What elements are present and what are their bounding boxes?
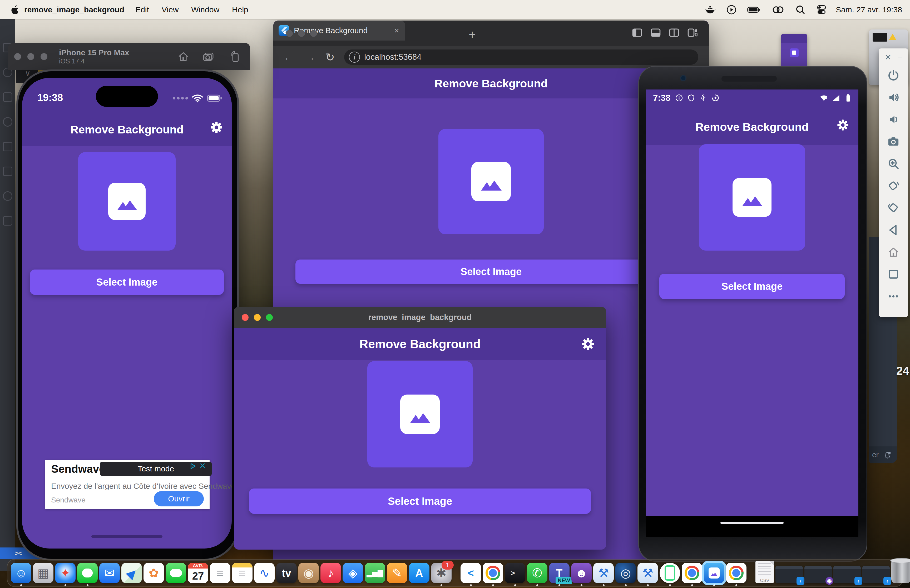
emulator-back-icon[interactable]	[887, 224, 899, 236]
dock-item-vscode[interactable]: <	[461, 563, 481, 583]
back-button[interactable]: ←	[283, 51, 294, 63]
dock-item-apple-tv[interactable]: tv	[276, 563, 297, 583]
settings-gear-icon[interactable]	[581, 338, 595, 351]
ad-banner[interactable]: Sendwave Test mode ✕ Envoyez de l'argent…	[45, 460, 210, 509]
dock-item-keynote[interactable]: ◈	[343, 563, 363, 583]
dock-item-github-desktop[interactable]: ☻	[571, 563, 592, 583]
emulator-rotate-left-icon[interactable]	[887, 180, 899, 192]
emulator-volume-up-icon[interactable]	[887, 91, 899, 103]
ios-home-indicator[interactable]	[91, 535, 162, 538]
bottom-panel-icon[interactable]	[650, 27, 661, 39]
dock-item-minimized-window-4[interactable]: ‹	[862, 566, 890, 583]
traffic-close-inactive[interactable]	[286, 30, 293, 37]
dock-item-music[interactable]: ♪	[320, 563, 341, 583]
dock-item-chrome-profile-2[interactable]	[682, 563, 702, 583]
layout-grid-icon[interactable]	[687, 27, 698, 39]
dock-item-terminal[interactable]: >_	[505, 563, 525, 583]
dock-item-minimized-doc[interactable]: CSV	[755, 561, 774, 583]
remote-indicator-icon[interactable]: ><	[15, 549, 22, 557]
tab-close-icon[interactable]: ×	[394, 26, 399, 36]
dock-item-chrome-profile-3[interactable]	[726, 563, 747, 583]
menu-view[interactable]: View	[162, 5, 178, 14]
android-select-image-button[interactable]: Select Image	[659, 274, 845, 299]
dock-item-mail[interactable]: ✉	[99, 563, 120, 583]
window-title-bar[interactable]: remove_image_backgroud	[234, 307, 606, 328]
dock-item-notes[interactable]: ≡	[232, 563, 252, 583]
dock-item-teams[interactable]: TNEW	[549, 563, 569, 583]
dock-item-numbers[interactable]: ▂▅▇	[365, 563, 385, 583]
menu-help[interactable]: Help	[232, 5, 248, 14]
bell-icon[interactable]	[883, 450, 892, 459]
simulator-title-bar[interactable]: iPhone 15 Pro Max iOS 17.4	[8, 43, 250, 70]
dock-item-app-store[interactable]: A	[409, 563, 430, 583]
android-gesture-bar[interactable]	[721, 522, 784, 524]
dock-item-maps[interactable]: ▶	[121, 563, 142, 583]
dock-item-minimized-window-3[interactable]: ‹	[833, 566, 861, 583]
dock-item-minimized-window-2[interactable]: ◉	[805, 566, 832, 583]
web-select-image-button[interactable]: Select Image	[296, 260, 687, 284]
ios-select-image-button[interactable]: Select Image	[30, 270, 224, 295]
emulator-rotate-right-icon[interactable]	[887, 202, 899, 214]
sim-close-inactive[interactable]	[14, 53, 21, 60]
dock-item-chrome[interactable]	[483, 563, 503, 583]
dock-item-calendar[interactable]: AVR.27	[188, 563, 208, 583]
handoff-icon[interactable]	[771, 5, 785, 15]
emulator-close-icon[interactable]: ✕	[885, 53, 891, 62]
emulator-overview-icon[interactable]	[887, 268, 899, 280]
rotate-icon[interactable]	[228, 51, 239, 62]
menu-edit[interactable]: Edit	[135, 5, 149, 14]
traffic-minimize-inactive[interactable]	[298, 30, 305, 37]
dock-item-launchpad[interactable]: ▦	[33, 563, 53, 583]
apple-menu-icon[interactable]	[10, 4, 21, 15]
address-bar[interactable]: i localhost:53684	[344, 50, 698, 65]
sim-minimize-inactive[interactable]	[27, 53, 34, 60]
dock-item-pages[interactable]: ✎	[387, 563, 407, 583]
sidebar-toggle-icon[interactable]	[631, 27, 643, 39]
play-circle-icon[interactable]	[726, 5, 737, 15]
dock-item-facetime[interactable]	[166, 563, 186, 583]
dock-item-steam[interactable]: ◎	[615, 563, 636, 583]
dock-item-reminders[interactable]: ≡	[210, 563, 230, 583]
vscode-activity-bar[interactable]	[0, 19, 15, 571]
menu-clock[interactable]: Sam. 27 avr. 19:38	[836, 5, 902, 14]
dock-item-flutter-app[interactable]	[704, 563, 724, 583]
dock-item-freeform[interactable]: ∿	[254, 563, 275, 583]
dock-item-minimized-window-1[interactable]: ‹	[776, 566, 803, 583]
ad-open-button[interactable]: Ouvrir	[154, 491, 204, 506]
dock-item-xcode[interactable]: ⚒	[637, 563, 658, 583]
new-tab-button[interactable]: +	[469, 27, 476, 42]
dock-item-trash[interactable]	[891, 560, 910, 583]
traffic-zoom-inactive[interactable]	[310, 30, 317, 37]
forward-button[interactable]: →	[304, 51, 315, 63]
desktop-select-image-button[interactable]: Select Image	[249, 488, 591, 514]
emulator-minimize-icon[interactable]: −	[897, 53, 902, 62]
dock-item-messages[interactable]	[77, 563, 98, 583]
adchoices-icon[interactable]	[190, 462, 197, 469]
home-icon[interactable]	[178, 51, 189, 62]
site-info-icon[interactable]: i	[349, 52, 360, 63]
emulator-more-icon[interactable]	[887, 290, 899, 302]
dock-item-xcode-beta[interactable]: ⚒	[593, 563, 614, 583]
battery-icon[interactable]	[747, 5, 761, 15]
reload-button[interactable]: ↻	[325, 51, 335, 64]
active-app-menu[interactable]: remove_image_backgroud	[24, 5, 124, 14]
screenshot-icon[interactable]	[203, 51, 214, 62]
url-text[interactable]: localhost:53684	[364, 52, 421, 62]
dock-item-safari[interactable]: ✦	[55, 563, 76, 583]
emulator-volume-down-icon[interactable]	[887, 113, 899, 126]
emulator-home-icon[interactable]	[887, 246, 899, 258]
browser-tab[interactable]: Remove Background ×	[273, 21, 405, 40]
search-icon[interactable]	[795, 5, 806, 15]
emulator-zoom-in-icon[interactable]	[887, 158, 899, 170]
settings-gear-icon[interactable]	[837, 119, 849, 131]
ad-close-icon[interactable]: ✕	[199, 461, 206, 470]
dock-item-whatsapp[interactable]: ✆	[527, 563, 548, 583]
menu-window[interactable]: Window	[191, 5, 219, 14]
split-view-icon[interactable]	[668, 27, 680, 39]
dock-item-system-settings[interactable]: ✱1	[431, 563, 452, 583]
dock-item-photos[interactable]: ✿	[144, 563, 164, 583]
control-center-icon[interactable]	[816, 5, 827, 15]
docker-icon[interactable]	[705, 5, 716, 15]
sim-zoom-inactive[interactable]	[40, 53, 47, 60]
dock-item-android-emulator[interactable]	[659, 563, 680, 583]
